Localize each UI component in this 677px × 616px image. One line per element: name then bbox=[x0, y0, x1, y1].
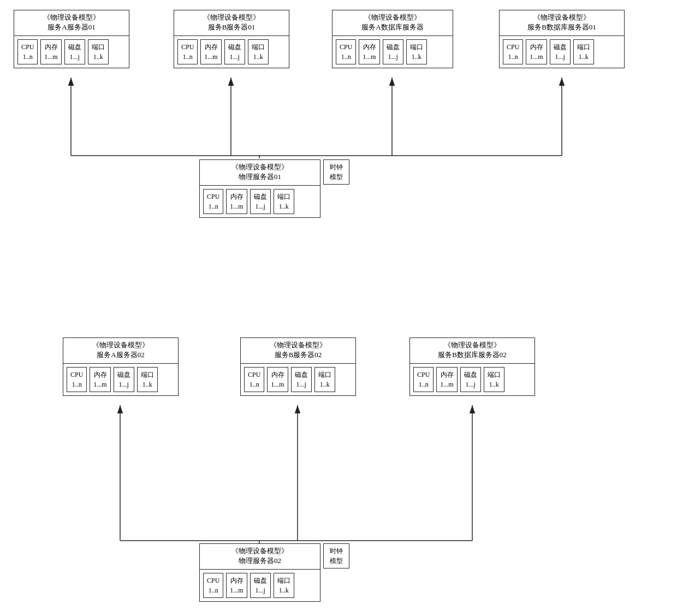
server-b01-box: 《物理设备模型》 服务B服务器01 CPU1..n 内存1...m 磁盘1...… bbox=[174, 10, 289, 68]
physical-server-02-box: 《物理设备模型》 物理服务器02 CPU1..n 内存1...m 磁盘1...j… bbox=[199, 543, 320, 602]
server-a01-stereotype: 《物理设备模型》 bbox=[14, 10, 129, 22]
server-b01-mem: 内存1...m bbox=[200, 39, 221, 64]
clock-02-box: 时钟 模型 bbox=[323, 543, 349, 568]
physical-server-02-stereotype: 《物理设备模型》 bbox=[200, 544, 320, 556]
physical-server-01-mem: 内存1...m bbox=[226, 189, 247, 214]
db-a-box: 《物理设备模型》 服务A数据库服务器 CPU1..n 内存1...m 磁盘1..… bbox=[332, 10, 453, 68]
server-b02-cpu: CPU1..n bbox=[244, 367, 264, 392]
db-b01-name: 服务B数据库服务器01 bbox=[500, 22, 624, 35]
db-b01-cpu: CPU1..n bbox=[503, 39, 523, 64]
physical-server-02-components: CPU1..n 内存1...m 磁盘1...j 端口1..k bbox=[200, 569, 320, 601]
server-a02-cpu: CPU1..n bbox=[67, 367, 87, 392]
server-a01-name: 服务A服务器01 bbox=[14, 22, 129, 35]
server-a01-port: 端口1..k bbox=[88, 39, 109, 64]
db-b02-name: 服务B数据库服务器02 bbox=[410, 350, 535, 363]
physical-server-01-stereotype: 《物理设备模型》 bbox=[200, 160, 320, 172]
clock-01-line1: 时钟 bbox=[326, 162, 346, 172]
physical-server-02-mem: 内存1...m bbox=[226, 573, 247, 598]
server-b02-disk: 磁盘1...j bbox=[291, 367, 312, 392]
server-b02-stereotype: 《物理设备模型》 bbox=[241, 338, 355, 350]
db-b01-disk: 磁盘1...j bbox=[550, 39, 571, 64]
server-a02-port: 端口1..k bbox=[137, 367, 158, 392]
db-b02-box: 《物理设备模型》 服务B数据库服务器02 CPU1..n 内存1...m 磁盘1… bbox=[409, 337, 535, 396]
db-a-disk: 磁盘1...j bbox=[383, 39, 403, 64]
server-a02-name: 服务A服务器02 bbox=[63, 350, 178, 363]
db-a-cpu: CPU1..n bbox=[336, 39, 356, 64]
clock-01-line2: 模型 bbox=[326, 172, 346, 182]
server-b01-stereotype: 《物理设备模型》 bbox=[174, 10, 289, 22]
server-b01-port: 端口1..k bbox=[248, 39, 269, 64]
clock-02-line1: 时钟 bbox=[326, 546, 346, 556]
db-b01-port: 端口1..k bbox=[573, 39, 594, 64]
db-b02-disk: 磁盘1...j bbox=[460, 367, 481, 392]
db-b02-cpu: CPU1..n bbox=[413, 367, 433, 392]
physical-server-02-port: 端口1..k bbox=[274, 573, 294, 598]
server-a02-components: CPU1..n 内存1...m 磁盘1...j 端口1..k bbox=[63, 363, 178, 395]
db-b01-mem: 内存1...m bbox=[526, 39, 547, 64]
server-b01-name: 服务B服务器01 bbox=[174, 22, 289, 35]
db-a-components: CPU1..n 内存1...m 磁盘1...j 端口1..k bbox=[332, 35, 453, 68]
server-a02-box: 《物理设备模型》 服务A服务器02 CPU1..n 内存1...m 磁盘1...… bbox=[63, 337, 179, 396]
physical-server-02-name: 物理服务器02 bbox=[200, 556, 320, 569]
physical-server-01-name: 物理服务器01 bbox=[200, 172, 320, 185]
server-a01-mem: 内存1...m bbox=[40, 39, 61, 64]
db-b02-stereotype: 《物理设备模型》 bbox=[410, 338, 535, 350]
server-a01-disk: 磁盘1...j bbox=[64, 39, 85, 64]
db-b01-box: 《物理设备模型》 服务B数据库服务器01 CPU1..n 内存1...m 磁盘1… bbox=[499, 10, 625, 68]
db-a-stereotype: 《物理设备模型》 bbox=[332, 10, 453, 22]
db-b01-components: CPU1..n 内存1...m 磁盘1...j 端口1..k bbox=[500, 35, 624, 68]
diagram: 《物理设备模型》 服务A服务器01 CPU1..n 内存1...m 磁盘1...… bbox=[0, 0, 677, 616]
physical-server-02-disk: 磁盘1...j bbox=[250, 573, 271, 598]
physical-server-01-cpu: CPU1..n bbox=[203, 189, 223, 214]
server-a01-box: 《物理设备模型》 服务A服务器01 CPU1..n 内存1...m 磁盘1...… bbox=[14, 10, 129, 68]
clock-01-box: 时钟 模型 bbox=[323, 159, 349, 185]
db-b01-stereotype: 《物理设备模型》 bbox=[500, 10, 624, 22]
physical-server-01-disk: 磁盘1...j bbox=[250, 189, 271, 214]
db-a-name: 服务A数据库服务器 bbox=[332, 22, 453, 35]
server-b02-port: 端口1..k bbox=[314, 367, 335, 392]
server-b02-components: CPU1..n 内存1...m 磁盘1...j 端口1..k bbox=[241, 363, 355, 395]
physical-server-01-components: CPU1..n 内存1...m 磁盘1...j 端口1..k bbox=[200, 185, 320, 217]
arrows-svg bbox=[0, 0, 677, 616]
server-a01-cpu: CPU1..n bbox=[17, 39, 38, 64]
server-a02-disk: 磁盘1...j bbox=[114, 367, 134, 392]
db-a-port: 端口1..k bbox=[406, 39, 427, 64]
server-a01-components: CPU1..n 内存1...m 磁盘1...j 端口1..k bbox=[14, 35, 129, 68]
db-a-mem: 内存1...m bbox=[359, 39, 379, 64]
server-b01-cpu: CPU1..n bbox=[177, 39, 198, 64]
server-b01-disk: 磁盘1...j bbox=[224, 39, 245, 64]
server-b02-box: 《物理设备模型》 服务B服务器02 CPU1..n 内存1...m 磁盘1...… bbox=[240, 337, 356, 396]
server-b02-mem: 内存1...m bbox=[267, 367, 288, 392]
server-b01-components: CPU1..n 内存1...m 磁盘1...j 端口1..k bbox=[174, 35, 289, 68]
physical-server-01-box: 《物理设备模型》 物理服务器01 CPU1..n 内存1...m 磁盘1...j… bbox=[199, 159, 320, 218]
server-b02-name: 服务B服务器02 bbox=[241, 350, 355, 363]
server-a02-stereotype: 《物理设备模型》 bbox=[63, 338, 178, 350]
db-b02-port: 端口1..k bbox=[484, 367, 504, 392]
server-a02-mem: 内存1...m bbox=[90, 367, 110, 392]
clock-02-line2: 模型 bbox=[326, 556, 346, 566]
physical-server-01-port: 端口1..k bbox=[274, 189, 294, 214]
physical-server-02-cpu: CPU1..n bbox=[203, 573, 223, 598]
db-b02-components: CPU1..n 内存1...m 磁盘1...j 端口1..k bbox=[410, 363, 535, 395]
db-b02-mem: 内存1...m bbox=[436, 367, 457, 392]
